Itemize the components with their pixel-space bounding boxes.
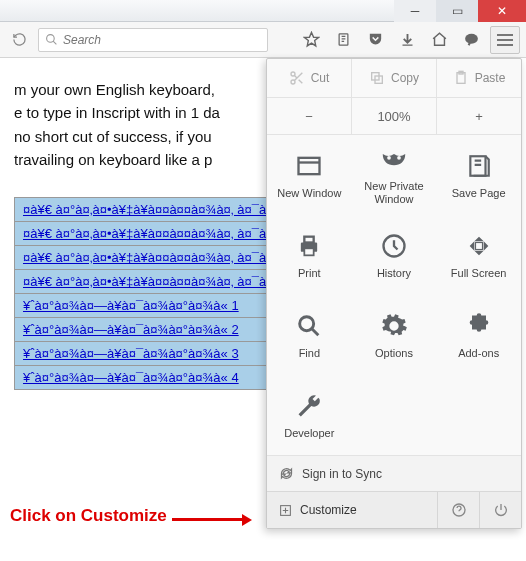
zoom-in-button[interactable]: + <box>437 98 521 134</box>
svg-point-12 <box>397 156 401 160</box>
table-row[interactable]: ¥ˆà¤°à¤¾à¤—à¥à¤¯à¤¾à¤°à¤¾à« 3 <box>15 342 304 366</box>
addons-button[interactable]: Add-ons <box>436 295 521 375</box>
svg-point-5 <box>291 80 295 84</box>
fullscreen-button[interactable]: Full Screen <box>436 215 521 295</box>
print-button[interactable]: Print <box>267 215 352 295</box>
window-close-button[interactable]: ✕ <box>478 0 526 22</box>
pocket-button[interactable] <box>362 27 388 53</box>
customize-button[interactable]: Customize <box>267 492 437 528</box>
puzzle-icon <box>464 311 494 341</box>
window-maximize-button[interactable]: ▭ <box>436 0 478 22</box>
copy-button[interactable]: Copy <box>352 59 437 97</box>
svg-point-4 <box>291 72 295 76</box>
scissors-icon <box>289 70 305 86</box>
developer-button[interactable]: Developer <box>267 375 352 455</box>
svg-point-20 <box>390 322 397 329</box>
history-button[interactable]: History <box>352 215 437 295</box>
exit-button[interactable] <box>479 492 521 528</box>
svg-rect-10 <box>299 158 320 174</box>
new-window-button[interactable]: New Window <box>267 135 352 215</box>
bookmarks-list-button[interactable] <box>330 27 356 53</box>
options-button[interactable]: Options <box>352 295 437 375</box>
table-row[interactable]: ¤à¥€ à¤°à¤‚à¤•à¥‡à¥à¤¤à¤¤à¤¾à¤‚ à¤¯à¤¾ 6 <box>15 270 304 294</box>
mask-icon <box>379 144 409 174</box>
svg-rect-18 <box>475 242 482 249</box>
clipboard-icon <box>453 70 469 86</box>
svg-point-3 <box>465 34 478 44</box>
new-private-window-button[interactable]: New Private Window <box>352 135 437 215</box>
window-minimize-button[interactable]: ─ <box>394 0 436 22</box>
svg-rect-15 <box>305 236 314 242</box>
table-row[interactable]: ¤à¥€ à¤°à¤‚à¤•à¥‡à¥à¤¤à¤¤à¤¾à¤‚ à¤¯à¤¾ 3 <box>15 198 304 222</box>
svg-point-11 <box>387 156 391 160</box>
annotation-text: Click on Customize <box>10 506 167 526</box>
find-button[interactable]: Find <box>267 295 352 375</box>
links-table: ¤à¥€ à¤°à¤‚à¤•à¥‡à¥à¤¤à¤¤à¤¾à¤‚ à¤¯à¤¾ 3… <box>14 197 304 390</box>
annotation-arrow <box>172 516 252 522</box>
save-page-button[interactable]: Save Page <box>436 135 521 215</box>
copy-icon <box>369 70 385 86</box>
history-icon <box>379 231 409 261</box>
paste-button[interactable]: Paste <box>437 59 521 97</box>
bookmark-star-button[interactable] <box>298 27 324 53</box>
cut-button[interactable]: Cut <box>267 59 352 97</box>
help-icon <box>451 502 467 518</box>
table-row[interactable]: ¤à¥€ à¤°à¤‚à¤•à¥‡à¥à¤¤à¤¤à¤¾à¤‚ à¤¯à¤¾ 5 <box>15 246 304 270</box>
reload-button[interactable] <box>6 27 32 53</box>
sign-in-sync-button[interactable]: Sign in to Sync <box>267 455 521 491</box>
table-row[interactable]: ¥ˆà¤°à¤¾à¤—à¥à¤¯à¤¾à¤°à¤¾à« 2 <box>15 318 304 342</box>
svg-rect-2 <box>402 45 412 46</box>
search-icon <box>45 33 58 46</box>
table-row[interactable]: ¥ˆà¤°à¤¾à¤—à¥à¤¯à¤¾à¤°à¤¾à« 4 <box>15 366 304 390</box>
home-button[interactable] <box>426 27 452 53</box>
chat-button[interactable] <box>458 27 484 53</box>
svg-rect-16 <box>305 248 314 255</box>
svg-point-0 <box>47 35 55 43</box>
table-row[interactable]: ¥ˆà¤°à¤¾à¤—à¥à¤¯à¤¾à¤°à¤¾à« 1 <box>15 294 304 318</box>
gear-icon <box>379 311 409 341</box>
printer-icon <box>294 231 324 261</box>
fullscreen-icon <box>464 231 494 261</box>
find-icon <box>294 311 324 341</box>
power-icon <box>493 502 509 518</box>
downloads-button[interactable] <box>394 27 420 53</box>
table-row[interactable]: ¤à¥€ à¤°à¤‚à¤•à¥‡à¥à¤¤à¤¤à¤¾à¤‚ à¤¯à¤¾ 4 <box>15 222 304 246</box>
save-icon <box>464 151 494 181</box>
search-input[interactable] <box>63 33 261 47</box>
sync-icon <box>279 466 294 481</box>
zoom-out-button[interactable]: − <box>267 98 351 134</box>
hamburger-menu-panel: Cut Copy Paste − 100% + New Window New P… <box>266 58 522 529</box>
window-icon <box>294 151 324 181</box>
search-box[interactable] <box>38 28 268 52</box>
menu-button[interactable] <box>490 26 520 54</box>
wrench-icon <box>294 391 324 421</box>
zoom-level[interactable]: 100% <box>351 98 437 134</box>
help-button[interactable] <box>437 492 479 528</box>
plus-box-icon <box>279 504 292 517</box>
browser-toolbar <box>0 22 526 58</box>
